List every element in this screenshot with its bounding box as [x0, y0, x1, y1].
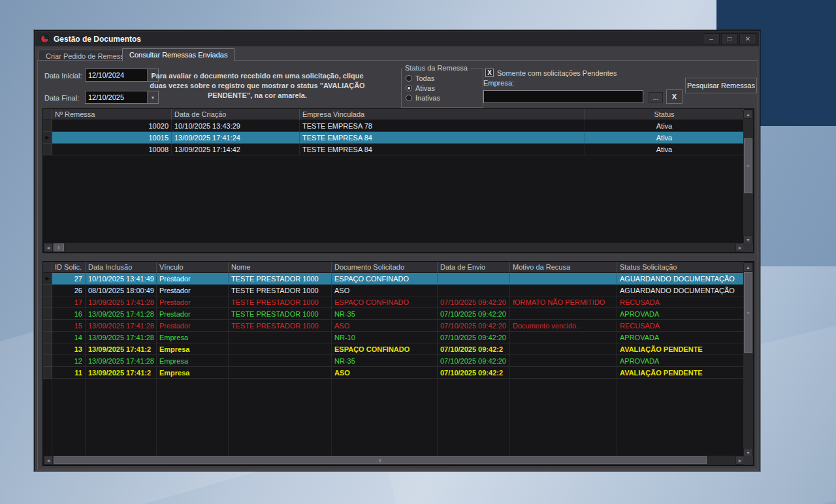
- table-cell[interactable]: 13/09/2025 17:41:28: [86, 320, 157, 332]
- table-cell[interactable]: [510, 273, 617, 285]
- table-row[interactable]: ▶2710/10/2025 13:41:49PrestadorTESTE PRE…: [43, 273, 744, 285]
- table-cell[interactable]: AGUARDANDO DOCUMENTAÇÃO: [617, 273, 744, 285]
- column-header[interactable]: Documento Solicitado: [332, 262, 438, 273]
- table-cell[interactable]: 27: [52, 273, 86, 285]
- table-cell[interactable]: APROVADA: [617, 355, 744, 367]
- table-cell[interactable]: 10020: [52, 120, 172, 132]
- table-cell[interactable]: 07/10/2025 09:42:20: [438, 308, 510, 320]
- row-selector[interactable]: [43, 355, 52, 367]
- table-cell[interactable]: 08/10/2025 18:00:49: [86, 285, 157, 296]
- table-cell[interactable]: TESTE EMPRESA 78: [300, 120, 585, 132]
- table-cell[interactable]: 13/09/2025 17:14:42: [172, 144, 300, 155]
- table-cell[interactable]: [510, 355, 617, 367]
- row-selector[interactable]: [43, 320, 52, 332]
- table-cell[interactable]: fORMATO NÃO PERMITIDO: [510, 296, 617, 308]
- table-cell[interactable]: TESTE PRESTADOR 1000: [229, 296, 332, 308]
- table-cell[interactable]: ESPAÇO CONFINADO: [332, 296, 438, 308]
- table-cell[interactable]: ESPAÇO CONFINADO: [332, 343, 438, 355]
- radio-todas[interactable]: Todas: [406, 74, 434, 82]
- column-header[interactable]: Nome: [229, 262, 332, 273]
- table-cell[interactable]: APROVADA: [617, 332, 744, 343]
- current-row-indicator[interactable]: ▶: [43, 273, 52, 285]
- row-selector[interactable]: [43, 120, 52, 132]
- table-cell[interactable]: [510, 343, 617, 355]
- table-cell[interactable]: RECUSADA: [617, 320, 744, 332]
- table-cell[interactable]: 14: [52, 332, 86, 343]
- table-cell[interactable]: [438, 285, 510, 296]
- horizontal-scroll-thumb[interactable]: ‖: [54, 244, 64, 251]
- table-cell[interactable]: [229, 367, 332, 379]
- scroll-up-button[interactable]: ▲: [743, 262, 753, 272]
- table-cell[interactable]: Prestador: [157, 320, 229, 332]
- table-cell[interactable]: ASO: [332, 320, 438, 332]
- table-row[interactable]: ▶1001513/09/2025 17:41:24TESTE EMPRESA 8…: [43, 132, 744, 144]
- row-selector[interactable]: [43, 367, 52, 379]
- table-cell[interactable]: 13/09/2025 17:41:28: [86, 308, 157, 320]
- current-row-indicator[interactable]: ▶: [43, 132, 52, 144]
- table-cell[interactable]: [229, 355, 332, 367]
- table-cell[interactable]: Ativa: [585, 120, 744, 132]
- table-row[interactable]: 1313/09/2025 17:41:2EmpresaESPAÇO CONFIN…: [43, 343, 744, 355]
- table-cell[interactable]: NR-35: [332, 355, 438, 367]
- column-header[interactable]: Status Solicitação: [617, 262, 744, 273]
- scroll-left-button[interactable]: ◄: [44, 243, 53, 252]
- table-cell[interactable]: [229, 332, 332, 343]
- table-cell[interactable]: 15: [52, 320, 86, 332]
- table-cell[interactable]: Empresa: [157, 343, 229, 355]
- table-cell[interactable]: 07/10/2025 09:42:20: [438, 332, 510, 343]
- table-row[interactable]: 1613/09/2025 17:41:28PrestadorTESTE PRES…: [43, 308, 744, 320]
- solicitacoes-grid-vertical-scrollbar[interactable]: ▲ = ▼: [743, 262, 753, 457]
- table-cell[interactable]: AGUARDANDO DOCUMENTAÇÃO: [617, 285, 744, 296]
- table-cell[interactable]: TESTE PRESTADOR 1000: [229, 273, 332, 285]
- column-header[interactable]: Data de Criação: [172, 109, 300, 120]
- table-cell[interactable]: AVALIAÇÃO PENDENTE: [617, 343, 744, 355]
- scroll-left-button[interactable]: ◄: [44, 456, 53, 465]
- table-cell[interactable]: ESPAÇO CONFINADO: [332, 273, 438, 285]
- table-cell[interactable]: ASO: [332, 367, 438, 379]
- table-row[interactable]: 1713/09/2025 17:41:28PrestadorTESTE PRES…: [43, 296, 744, 308]
- remessas-grid-horizontal-scrollbar[interactable]: ◄ ‖ ►: [44, 243, 745, 252]
- column-header[interactable]: Status: [585, 109, 744, 120]
- table-cell[interactable]: Prestador: [157, 285, 229, 296]
- table-cell[interactable]: APROVADA: [617, 308, 744, 320]
- table-cell[interactable]: TESTE PRESTADOR 1000: [229, 320, 332, 332]
- table-cell[interactable]: Empresa: [157, 355, 229, 367]
- table-cell[interactable]: 13: [52, 343, 86, 355]
- titlebar[interactable]: Gestão de Documentos – □ ✕: [35, 31, 759, 46]
- table-cell[interactable]: [229, 343, 332, 355]
- table-cell[interactable]: 13/09/2025 17:41:28: [86, 332, 157, 343]
- table-row[interactable]: 2608/10/2025 18:00:49PrestadorTESTE PRES…: [43, 285, 744, 296]
- radio-ativas[interactable]: Ativas: [406, 84, 435, 92]
- horizontal-scroll-thumb[interactable]: ‖: [54, 456, 707, 464]
- pesquisar-remessas-button[interactable]: Pesquisar Remessas: [685, 78, 757, 93]
- column-header[interactable]: Empresa Vinculada: [300, 109, 585, 120]
- table-cell[interactable]: Empresa: [157, 367, 229, 379]
- remessas-grid-vertical-scrollbar[interactable]: ▲ = ▼: [743, 110, 753, 244]
- radio-inativas[interactable]: Inativas: [406, 94, 440, 102]
- empresa-browse-button[interactable]: ...: [649, 92, 663, 102]
- table-cell[interactable]: Empresa: [157, 332, 229, 343]
- table-cell[interactable]: TESTE EMPRESA 84: [300, 144, 585, 155]
- table-cell[interactable]: 13/09/2025 17:41:2: [86, 343, 157, 355]
- table-cell[interactable]: AVALIAÇÃO PENDENTE: [617, 367, 744, 379]
- empresa-input[interactable]: [483, 90, 643, 103]
- solicitacoes-grid-horizontal-scrollbar[interactable]: ◄ ‖ ►: [44, 456, 745, 465]
- table-cell[interactable]: 13/09/2025 17:41:2: [86, 367, 157, 379]
- close-button[interactable]: ✕: [739, 33, 756, 44]
- table-cell[interactable]: 17: [52, 296, 86, 308]
- table-cell[interactable]: 26: [52, 285, 86, 296]
- table-cell[interactable]: Ativa: [585, 132, 744, 144]
- table-cell[interactable]: Prestador: [157, 296, 229, 308]
- column-header[interactable]: Vínculo: [157, 262, 229, 273]
- column-header[interactable]: ID Solic.: [52, 262, 86, 273]
- table-cell[interactable]: 07/10/2025 09:42:20: [438, 355, 510, 367]
- table-cell[interactable]: Documento vencido.: [510, 320, 617, 332]
- table-row[interactable]: 1002010/10/2025 13:43:29TESTE EMPRESA 78…: [43, 120, 744, 132]
- table-cell[interactable]: 10/10/2025 13:41:49: [86, 273, 157, 285]
- column-header[interactable]: Data Inclusão: [86, 262, 157, 273]
- table-cell[interactable]: [510, 285, 617, 296]
- row-selector[interactable]: [43, 285, 52, 296]
- column-header[interactable]: Motivo da Recusa: [510, 262, 617, 273]
- table-cell[interactable]: 10015: [52, 132, 172, 144]
- table-row[interactable]: 1213/09/2025 17:41:28EmpresaNR-3507/10/2…: [43, 355, 744, 367]
